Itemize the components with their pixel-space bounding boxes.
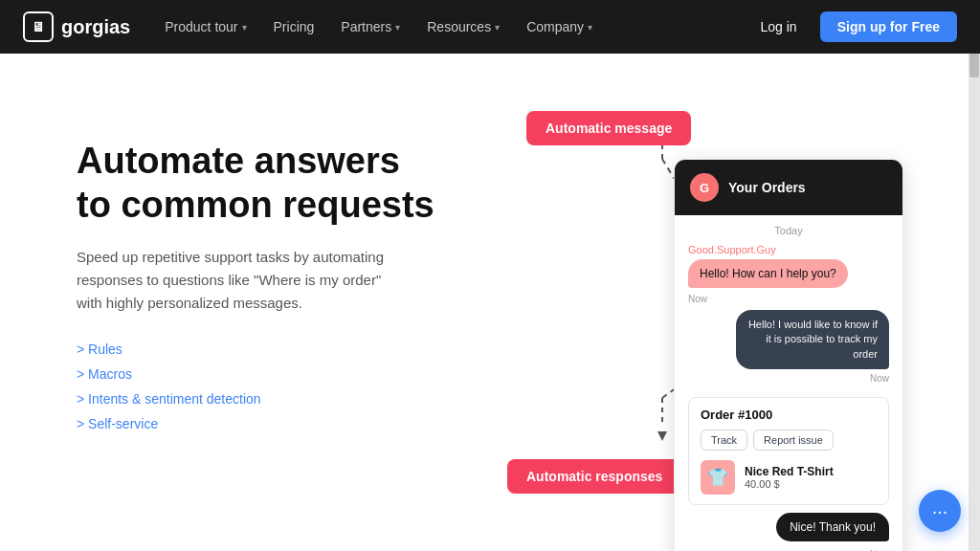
product-info: Nice Red T-Shirt 40.00 $ [745,465,834,490]
link-rules[interactable]: > Rules [77,342,440,357]
product-name: Nice Red T-Shirt [745,465,834,478]
chat-time-1: Now [688,294,889,304]
link-macros[interactable]: > Macros [77,366,440,382]
chat-icon: ··· [932,500,948,522]
hero-title: Automate answers to common requests [77,140,440,227]
hero-content: Automate answers to common requests Spee… [77,111,440,431]
nav-links: Product tour ▾ Pricing Partners ▾ Resour… [153,13,741,40]
logo-text: gorgias [61,16,130,38]
sender-name: Good.Support.Guy [688,244,889,255]
nav-pricing[interactable]: Pricing [262,13,326,40]
logo[interactable]: 🖥 gorgias [23,11,130,42]
order-header-title: Your Orders [728,180,806,195]
order-info-box: Order #1000 Track Report issue 👕 Nice Re… [688,397,889,505]
login-button[interactable]: Log in [749,13,809,40]
navbar: 🖥 gorgias Product tour ▾ Pricing Partner… [0,0,980,54]
chat-widget[interactable]: ··· [919,490,961,532]
order-product: 👕 Nice Red T-Shirt 40.00 $ [701,460,877,495]
order-card: G Your Orders Today Good.Support.Guy Hel… [674,159,903,551]
signup-button[interactable]: Sign up for Free [820,11,957,42]
user-message-container: Hello! I would like to know if it is pos… [688,310,889,389]
chevron-down-icon: ▾ [242,22,247,33]
nav-resources[interactable]: Resources ▾ [415,13,511,40]
track-button[interactable]: Track [701,430,747,451]
chevron-down-icon: ▾ [495,22,500,33]
hero-description: Speed up repetitive support tasks by aut… [77,246,402,315]
automatic-message-badge: Automatic message [526,111,691,145]
nav-actions: Log in Sign up for Free [749,11,958,42]
order-buttons: Track Report issue [701,430,877,451]
chevron-down-icon: ▾ [588,22,592,33]
link-intents[interactable]: > Intents & sentiment detection [77,391,440,407]
order-card-header: G Your Orders [675,160,902,215]
nav-partners[interactable]: Partners ▾ [329,13,412,40]
order-number: Order #1000 [701,408,877,422]
nav-company[interactable]: Company ▾ [515,13,604,40]
avatar: G [690,173,719,202]
automatic-responses-badge: Automatic responses [507,459,681,494]
hero-links: > Rules > Macros > Intents & sentiment d… [77,342,440,431]
order-card-body: Today Good.Support.Guy Hello! How can I … [675,215,902,551]
chat-date: Today [688,225,889,236]
chevron-down-icon: ▾ [395,22,400,33]
chat-time-2: Now [870,373,889,384]
greeting-bubble: Hello! How can I help you? [688,259,848,288]
product-price: 40.00 $ [745,478,834,490]
final-bubble: Nice! Thank you! [776,513,889,541]
svg-marker-5 [657,431,667,441]
hero-section: Automate answers to common requests Spee… [0,54,980,551]
hero-visual: Automatic message Automati [479,101,923,541]
user-message-bubble: Hello! I would like to know if it is pos… [736,310,889,369]
logo-icon: 🖥 [23,11,54,42]
product-thumbnail: 👕 [701,460,735,495]
report-button[interactable]: Report issue [753,430,834,451]
link-self-service[interactable]: > Self-service [77,416,440,431]
nav-product-tour[interactable]: Product tour ▾ [153,13,257,40]
